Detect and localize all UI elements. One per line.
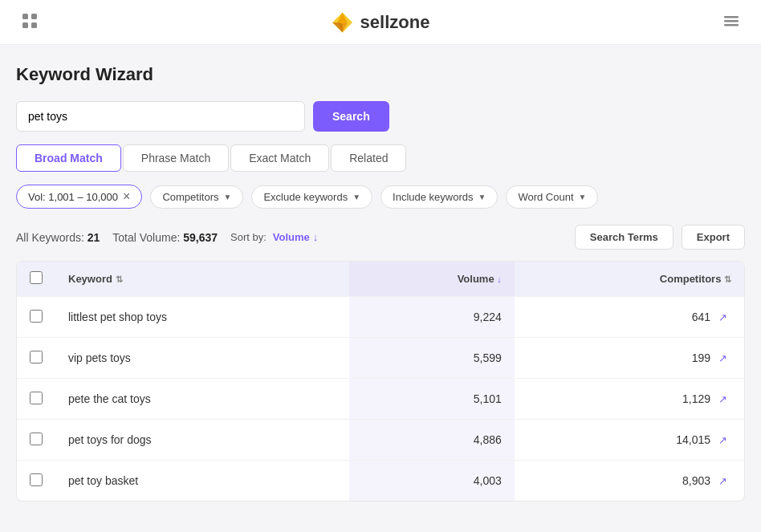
svg-marker-7 — [332, 22, 342, 32]
svg-rect-10 — [724, 24, 739, 26]
volume-chip-close[interactable]: × — [123, 190, 130, 203]
svg-rect-1 — [31, 14, 37, 19]
table-row: pet toy basket 4,003 8,903 ↗ — [17, 461, 744, 502]
row-checkbox-4[interactable] — [30, 473, 43, 486]
competitors-col-label: Competitors — [660, 273, 722, 285]
header-left — [16, 7, 43, 37]
include-keywords-dropdown[interactable]: Include keywords ▼ — [380, 185, 498, 209]
row-checkbox-cell — [17, 297, 55, 338]
word-count-dropdown[interactable]: Word Count ▼ — [506, 185, 598, 209]
row-checkbox-cell — [17, 461, 55, 502]
stats-row: All Keywords: 21 Total Volume: 59,637 So… — [16, 225, 745, 250]
keyword-col-label: Keyword — [68, 273, 112, 285]
tab-broad-match[interactable]: Broad Match — [16, 144, 121, 172]
sort-arrow-icon: ↓ — [313, 231, 319, 243]
logo: sellzone — [332, 11, 430, 34]
keyword-cell-1: vip pets toys — [55, 338, 349, 379]
volume-sort-icon[interactable]: ↓ — [497, 274, 502, 284]
total-volume-value: 59,637 — [183, 231, 218, 244]
row-checkbox-0[interactable] — [30, 310, 43, 323]
logo-text: sellzone — [360, 12, 430, 33]
row-checkbox-cell — [17, 338, 55, 379]
chevron-down-icon: ▼ — [352, 193, 360, 201]
keyword-cell-2: pete the cat toys — [55, 379, 349, 420]
export-button[interactable]: Export — [682, 225, 745, 250]
row-checkbox-cell — [17, 379, 55, 420]
header-checkbox-cell — [17, 262, 55, 297]
row-checkbox-cell — [17, 420, 55, 461]
volume-cell-3: 4,886 — [349, 420, 515, 461]
competitors-cell-2: 1,129 ↗ — [515, 379, 744, 420]
chevron-down-icon: ▼ — [478, 193, 486, 201]
row-checkbox-2[interactable] — [30, 392, 43, 404]
menu-icon[interactable] — [718, 7, 745, 37]
volume-cell-2: 5,101 — [349, 379, 515, 420]
external-link-icon[interactable]: ↗ — [714, 308, 731, 326]
volume-cell-0: 9,224 — [349, 297, 515, 338]
page-title: Keyword Wizard — [16, 64, 745, 85]
competitors-dropdown-label: Competitors — [162, 191, 218, 203]
external-link-icon[interactable]: ↗ — [714, 390, 731, 408]
keyword-cell-3: pet toys for dogs — [55, 420, 349, 461]
column-header-competitors[interactable]: Competitors ⇅ — [515, 262, 744, 297]
header-right — [718, 7, 745, 37]
match-tabs: Broad Match Phrase Match Exact Match Rel… — [16, 144, 745, 172]
volume-col-label: Volume — [458, 273, 494, 285]
volume-filter-chip[interactable]: Vol: 1,001 – 10,000 × — [16, 185, 142, 209]
all-keywords-label: All Keywords: — [16, 231, 84, 244]
tab-related[interactable]: Related — [331, 144, 406, 172]
volume-cell-1: 5,599 — [349, 338, 515, 379]
svg-rect-3 — [31, 22, 37, 28]
filter-row: Vol: 1,001 – 10,000 × Competitors ▼ Excl… — [16, 185, 745, 209]
external-link-icon[interactable]: ↗ — [714, 472, 731, 489]
include-keywords-label: Include keywords — [393, 191, 473, 203]
search-button[interactable]: Search — [313, 101, 389, 132]
tab-exact-match[interactable]: Exact Match — [230, 144, 329, 172]
sort-button[interactable]: Sort by: Volume ↓ — [230, 231, 318, 243]
svg-rect-0 — [22, 14, 28, 19]
word-count-label: Word Count — [518, 191, 573, 203]
table-header-row: Keyword ⇅ Volume ↓ Competitors ⇅ — [17, 262, 744, 297]
select-all-checkbox[interactable] — [30, 271, 43, 284]
sort-label: Sort by: — [230, 231, 267, 243]
row-checkbox-3[interactable] — [30, 433, 43, 445]
grid-icon[interactable] — [16, 7, 43, 37]
main-content: Keyword Wizard Search Broad Match Phrase… — [0, 45, 761, 521]
competitors-cell-4: 8,903 ↗ — [515, 461, 744, 502]
keyword-cell-4: pet toy basket — [55, 461, 349, 502]
competitors-cell-0: 641 ↗ — [515, 297, 744, 338]
svg-rect-9 — [724, 20, 739, 22]
exclude-keywords-label: Exclude keywords — [263, 191, 348, 203]
keyword-cell-0: littlest pet shop toys — [55, 297, 349, 338]
column-header-keyword[interactable]: Keyword ⇅ — [55, 262, 349, 297]
stats-actions: Search Terms Export — [575, 225, 745, 250]
sort-value: Volume — [273, 231, 310, 243]
search-input[interactable] — [16, 101, 305, 132]
table-row: pet toys for dogs 4,886 14,015 ↗ — [17, 420, 744, 461]
total-volume-stat: Total Volume: 59,637 — [112, 231, 218, 244]
volume-cell-4: 4,003 — [349, 461, 515, 502]
svg-rect-2 — [22, 22, 28, 28]
all-keywords-count: 21 — [87, 231, 100, 244]
column-header-volume[interactable]: Volume ↓ — [349, 262, 515, 297]
header: sellzone — [0, 0, 761, 45]
external-link-icon[interactable]: ↗ — [714, 431, 731, 449]
table-row: vip pets toys 5,599 199 ↗ — [17, 338, 744, 379]
row-checkbox-1[interactable] — [30, 351, 43, 363]
external-link-icon[interactable]: ↗ — [714, 349, 731, 367]
total-volume-label: Total Volume: — [112, 231, 180, 244]
competitors-dropdown[interactable]: Competitors ▼ — [150, 185, 243, 209]
volume-chip-label: Vol: 1,001 – 10,000 — [28, 191, 118, 203]
search-terms-button[interactable]: Search Terms — [575, 225, 674, 250]
svg-rect-8 — [724, 16, 739, 18]
competitors-cell-1: 199 ↗ — [515, 338, 744, 379]
table-row: pete the cat toys 5,101 1,129 ↗ — [17, 379, 744, 420]
chevron-down-icon: ▼ — [223, 193, 231, 201]
tab-phrase-match[interactable]: Phrase Match — [123, 144, 229, 172]
all-keywords-stat: All Keywords: 21 — [16, 231, 100, 244]
chevron-down-icon: ▼ — [579, 193, 587, 201]
competitors-sort-icon[interactable]: ⇅ — [724, 274, 731, 285]
table-row: littlest pet shop toys 9,224 641 ↗ — [17, 297, 744, 338]
exclude-keywords-dropdown[interactable]: Exclude keywords ▼ — [251, 185, 372, 209]
keyword-sort-icon[interactable]: ⇅ — [116, 274, 123, 285]
